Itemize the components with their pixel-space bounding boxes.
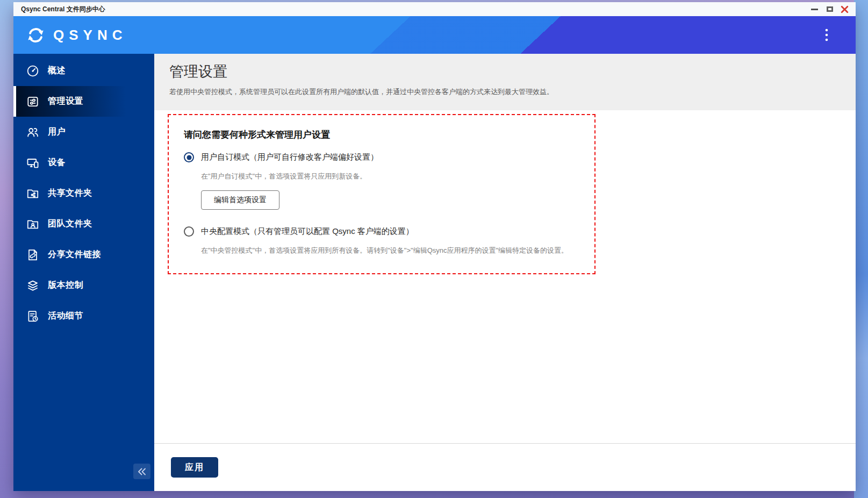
versions-icon — [26, 279, 40, 293]
main-panel: 管理设置 若使用中央管控模式，系统管理员可以在此设置所有用户端的默认值，并通过中… — [154, 54, 856, 491]
team-folder-icon — [26, 217, 40, 231]
sliders-icon — [26, 95, 40, 109]
sidebar-item-label: 用户 — [48, 126, 66, 138]
page-header: 管理设置 若使用中央管控模式，系统管理员可以在此设置所有用户端的默认值，并通过中… — [154, 54, 856, 110]
window-controls — [810, 5, 849, 13]
kebab-menu-icon — [825, 29, 828, 41]
double-chevron-left-icon — [137, 468, 147, 475]
activity-icon — [26, 309, 40, 323]
radio-unselected-icon[interactable] — [184, 226, 194, 237]
sidebar-item-users[interactable]: 用户 — [13, 117, 154, 147]
qsync-logo: QSYNC — [26, 25, 127, 45]
minimize-icon — [811, 9, 818, 10]
logo-wordmark: QSYNC — [53, 27, 127, 44]
action-bar: 应用 — [154, 443, 856, 491]
minimize-button[interactable] — [810, 5, 819, 13]
sync-arrows-icon — [26, 25, 46, 45]
window-title: Qsync Central 文件同步中心 — [21, 5, 105, 14]
shared-folder-icon — [26, 187, 40, 201]
sidebar-item-label: 共享文件夹 — [48, 188, 92, 199]
radio-selected-icon[interactable] — [184, 152, 194, 162]
apply-button[interactable]: 应用 — [171, 457, 218, 478]
sidebar-item-label: 分享文件链接 — [48, 249, 101, 260]
sidebar-item-label: 团队文件夹 — [48, 218, 92, 230]
sidebar-item-label: 管理设置 — [48, 96, 83, 107]
radio-row-central-config-mode[interactable]: 中央配置模式（只有管理员可以配置 Qsync 客户端的设置） — [184, 226, 579, 237]
sidebar-item-label: 概述 — [48, 65, 66, 76]
page-title: 管理设置 — [169, 62, 840, 81]
close-button[interactable] — [841, 5, 849, 13]
sidebar-item-overview[interactable]: 概述 — [13, 55, 154, 86]
qsync-central-window: Qsync Central 文件同步中心 — [13, 2, 856, 491]
devices-icon — [26, 156, 40, 170]
edit-preferences-button[interactable]: 编辑首选项设置 — [201, 190, 279, 210]
wallpaper-strip — [854, 0, 868, 498]
app-header: QSYNC — [13, 16, 856, 54]
sidebar: 概述 管理设置 — [13, 54, 154, 491]
share-link-icon — [26, 248, 40, 262]
desktop-background: Qsync Central 文件同步中心 — [0, 0, 868, 498]
option-description: 在"中央管控模式"中，首选项设置将应用到所有设备。请转到"设备">"编辑Qsyn… — [201, 246, 579, 255]
more-options-button[interactable] — [819, 27, 834, 43]
sidebar-item-share-file-links[interactable]: 分享文件链接 — [13, 239, 154, 270]
option-user-defined-mode: 用户自订模式（用户可自行修改客户端偏好设置） 在"用户自订模式"中，首选项设置将… — [184, 152, 579, 226]
sidebar-item-management-settings[interactable]: 管理设置 — [13, 86, 154, 117]
sidebar-item-label: 设备 — [48, 157, 66, 168]
question-heading: 请问您需要何种形式来管理用户设置 — [184, 129, 579, 141]
collapse-sidebar-button[interactable] — [133, 464, 150, 479]
sidebar-item-label: 版本控制 — [48, 280, 83, 291]
radio-label: 用户自订模式（用户可自行修改客户端偏好设置） — [201, 152, 378, 162]
window-titlebar: Qsync Central 文件同步中心 — [13, 2, 856, 16]
option-description: 在"用户自订模式"中，首选项设置将只应用到新设备。 — [201, 172, 579, 181]
sidebar-item-devices[interactable]: 设备 — [13, 147, 154, 178]
sidebar-item-version-control[interactable]: 版本控制 — [13, 270, 154, 301]
management-mode-highlight-box: 请问您需要何种形式来管理用户设置 用户自订模式（用户可自行修改客户端偏好设置） … — [168, 114, 596, 274]
sidebar-item-activity-details[interactable]: 活动细节 — [13, 301, 154, 331]
maximize-button[interactable] — [826, 5, 834, 13]
option-central-config-mode: 中央配置模式（只有管理员可以配置 Qsync 客户端的设置） 在"中央管控模式"… — [184, 226, 579, 255]
gauge-icon — [26, 64, 40, 78]
sidebar-item-team-folders[interactable]: 团队文件夹 — [13, 209, 154, 239]
close-icon — [841, 5, 849, 13]
window-body: 概述 管理设置 — [13, 54, 856, 491]
radio-row-user-defined-mode[interactable]: 用户自订模式（用户可自行修改客户端偏好设置） — [184, 152, 579, 162]
users-icon — [26, 125, 40, 139]
sidebar-item-label: 活动细节 — [48, 310, 83, 322]
maximize-icon — [827, 6, 833, 12]
radio-label: 中央配置模式（只有管理员可以配置 Qsync 客户端的设置） — [201, 226, 414, 237]
page-description: 若使用中央管控模式，系统管理员可以在此设置所有用户端的默认值，并通过中央管控各客… — [169, 87, 840, 97]
sidebar-item-shared-folders[interactable]: 共享文件夹 — [13, 178, 154, 209]
